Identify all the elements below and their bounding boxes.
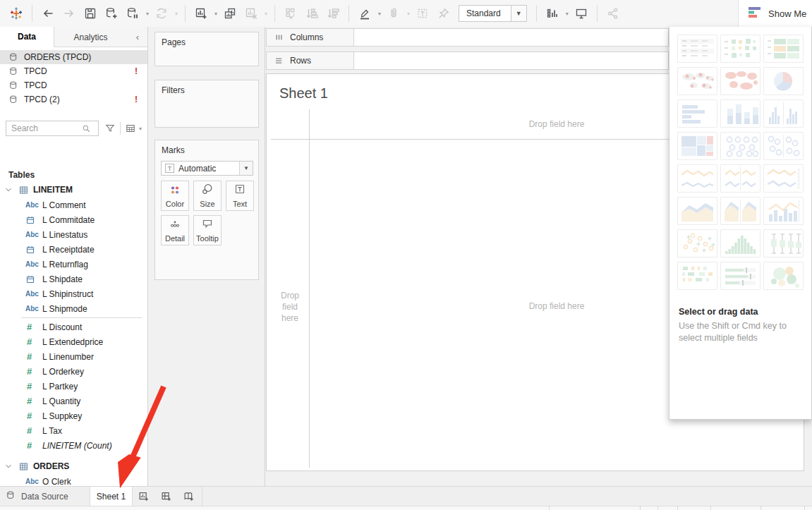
- showme-pie-chart-thumbnail[interactable]: [763, 67, 804, 95]
- field-item[interactable]: #L Tax: [0, 423, 147, 438]
- rows-shelf-droparea[interactable]: [354, 51, 669, 70]
- field-item[interactable]: #L Suppkey: [0, 408, 147, 423]
- showme-area-continuous-thumbnail[interactable]: [677, 197, 717, 225]
- pause-auto-updates-button[interactable]: [123, 4, 143, 23]
- marks-color-button[interactable]: Color: [161, 181, 189, 211]
- new-worksheet-tab-button[interactable]: [133, 487, 155, 506]
- showme-gantt-thumbnail[interactable]: [677, 262, 717, 290]
- sort-ascending-button[interactable]: [302, 4, 322, 23]
- showme-side-by-side-circles-thumbnail[interactable]: [763, 132, 804, 160]
- chevron-down-icon[interactable]: [4, 462, 14, 470]
- field-item[interactable]: L Commitdate: [0, 212, 147, 227]
- show-hide-cards-button[interactable]: [543, 4, 562, 23]
- search-input[interactable]: [6, 123, 81, 133]
- chevron-down-icon[interactable]: [4, 186, 14, 194]
- fit-selector[interactable]: Standard▼: [459, 5, 527, 22]
- showme-heat-map-thumbnail[interactable]: [720, 35, 761, 63]
- show-mark-labels-button[interactable]: [413, 4, 432, 23]
- field-item[interactable]: AbcL Comment: [0, 198, 147, 212]
- showme-packed-bubbles-thumbnail[interactable]: [763, 262, 804, 290]
- field-item[interactable]: L Shipdate: [0, 272, 147, 286]
- showme-horizontal-bars-thumbnail[interactable]: [677, 99, 717, 128]
- showme-stacked-bars-thumbnail[interactable]: [720, 99, 761, 128]
- pause-auto-updates-button-caret-icon[interactable]: ▾: [144, 11, 151, 17]
- tab-analytics[interactable]: Analytics: [54, 27, 127, 47]
- undo-button[interactable]: [38, 4, 58, 23]
- marks-tooltip-button[interactable]: Tooltip: [193, 215, 222, 245]
- share-button[interactable]: [603, 4, 623, 23]
- showme-scatter-plot-thumbnail[interactable]: [677, 229, 717, 257]
- new-story-tab-button[interactable]: [178, 487, 200, 506]
- field-item[interactable]: #L Quantity: [0, 394, 147, 408]
- view-as-caret-icon[interactable]: ▾: [137, 126, 144, 132]
- swap-rows-columns-button[interactable]: [281, 4, 301, 23]
- new-data-source-button[interactable]: [102, 4, 121, 23]
- data-source-item[interactable]: TPCD (2)!: [0, 92, 147, 107]
- filter-funnel-icon[interactable]: [104, 123, 116, 134]
- showme-symbol-map-thumbnail[interactable]: [677, 67, 717, 95]
- showme-histogram-thumbnail[interactable]: [720, 229, 761, 257]
- showme-box-and-whisker-thumbnail[interactable]: [763, 229, 804, 257]
- field-item[interactable]: AbcL Shipinstruct: [0, 286, 147, 301]
- fit-selector-caret-icon[interactable]: ▼: [511, 6, 526, 21]
- clear-sheet-button-caret-icon[interactable]: ▾: [262, 11, 269, 17]
- group-members-button[interactable]: [384, 4, 404, 23]
- showme-dual-lines-thumbnail[interactable]: [763, 164, 804, 193]
- showme-treemap-thumbnail[interactable]: [677, 132, 717, 160]
- data-source-item[interactable]: TPCD: [0, 78, 147, 92]
- showme-discrete-lines-thumbnail[interactable]: [720, 164, 761, 193]
- highlight-button[interactable]: [355, 4, 375, 23]
- show-me-button[interactable]: Show Me: [738, 0, 812, 27]
- run-auto-updates-button[interactable]: [152, 4, 171, 23]
- field-item[interactable]: AbcL Linestatus: [0, 227, 147, 242]
- showme-filled-map-thumbnail[interactable]: [720, 67, 761, 95]
- field-item[interactable]: #L Partkey: [0, 379, 147, 394]
- show-hide-cards-button-caret-icon[interactable]: ▾: [564, 11, 571, 17]
- new-dashboard-tab-button[interactable]: [155, 487, 178, 506]
- run-auto-updates-button-caret-icon[interactable]: ▾: [173, 11, 180, 17]
- field-item[interactable]: AbcL Shipmode: [0, 301, 147, 316]
- marks-size-button[interactable]: Size: [193, 181, 222, 211]
- group-members-button-caret-icon[interactable]: ▾: [405, 11, 412, 17]
- search-box[interactable]: [6, 121, 99, 136]
- fix-axes-button[interactable]: [434, 4, 454, 23]
- tab-data[interactable]: Data: [0, 27, 54, 47]
- redo-button[interactable]: [59, 4, 79, 23]
- field-item[interactable]: #LINEITEM (Count): [0, 438, 147, 453]
- field-item[interactable]: #L Discount: [0, 320, 147, 334]
- showme-circle-views-thumbnail[interactable]: [720, 132, 761, 160]
- drop-zone-rows[interactable]: Drop field here: [271, 290, 309, 324]
- showme-dual-combination-thumbnail[interactable]: [763, 197, 804, 225]
- save-button[interactable]: [80, 4, 100, 23]
- new-worksheet-button[interactable]: [191, 4, 211, 23]
- table-group-header[interactable]: ORDERS: [0, 459, 147, 474]
- field-item[interactable]: AbcO Clerk: [0, 474, 147, 486]
- data-source-item[interactable]: ORDERS (TPCD): [0, 50, 147, 64]
- columns-shelf-droparea[interactable]: [354, 28, 669, 47]
- showme-highlight-table-thumbnail[interactable]: [763, 35, 804, 63]
- showme-continuous-lines-thumbnail[interactable]: [677, 164, 717, 193]
- field-item[interactable]: #L Extendedprice: [0, 334, 147, 349]
- data-source-tab[interactable]: Data Source: [0, 487, 90, 506]
- sort-descending-button[interactable]: [323, 4, 343, 23]
- presentation-mode-button[interactable]: [571, 4, 591, 23]
- field-item[interactable]: AbcL Returnflag: [0, 257, 147, 272]
- clear-sheet-button[interactable]: [241, 4, 261, 23]
- field-item[interactable]: #L Orderkey: [0, 364, 147, 379]
- new-worksheet-button-caret-icon[interactable]: ▾: [212, 11, 219, 17]
- showme-bullet-graph-thumbnail[interactable]: [720, 262, 761, 290]
- data-source-item[interactable]: TPCD!: [0, 64, 147, 78]
- collapse-pane-button[interactable]: ‹: [128, 27, 147, 47]
- mark-type-dropdown[interactable]: T Automatic ▼: [161, 161, 253, 176]
- marks-detail-button[interactable]: Detail: [161, 215, 189, 245]
- marks-text-button[interactable]: Text: [226, 181, 254, 211]
- view-as-icon[interactable]: [125, 123, 136, 134]
- filters-shelf[interactable]: Filters: [154, 80, 259, 128]
- sheet-tab[interactable]: Sheet 1: [90, 487, 133, 506]
- field-item[interactable]: L Receiptdate: [0, 242, 147, 257]
- duplicate-sheet-button[interactable]: [220, 4, 240, 23]
- pages-shelf[interactable]: Pages: [154, 32, 259, 66]
- field-item[interactable]: #L Linenumber: [0, 349, 147, 364]
- highlight-button-caret-icon[interactable]: ▾: [376, 11, 383, 17]
- showme-text-table-thumbnail[interactable]: [677, 35, 717, 63]
